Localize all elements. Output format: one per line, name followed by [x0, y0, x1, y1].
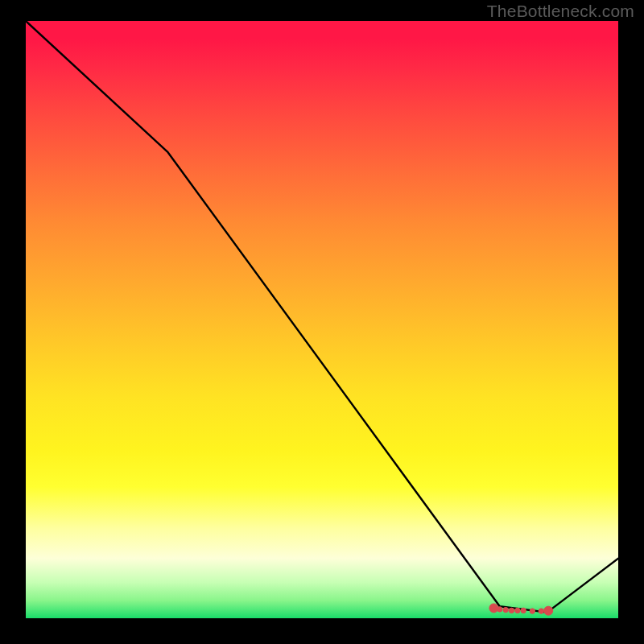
chart-svg [26, 21, 618, 618]
plot-area [26, 21, 618, 618]
chart-container: TheBottleneck.com [0, 0, 644, 644]
data-point [530, 609, 535, 613]
data-point [521, 608, 526, 613]
data-point [539, 609, 543, 613]
data-point [489, 604, 498, 613]
watermark-text: TheBottleneck.com [487, 2, 634, 21]
data-point [509, 608, 514, 613]
data-point [503, 607, 508, 612]
data-point [515, 608, 520, 613]
data-point [544, 606, 553, 615]
line-series [26, 21, 618, 613]
data-point [497, 607, 502, 612]
